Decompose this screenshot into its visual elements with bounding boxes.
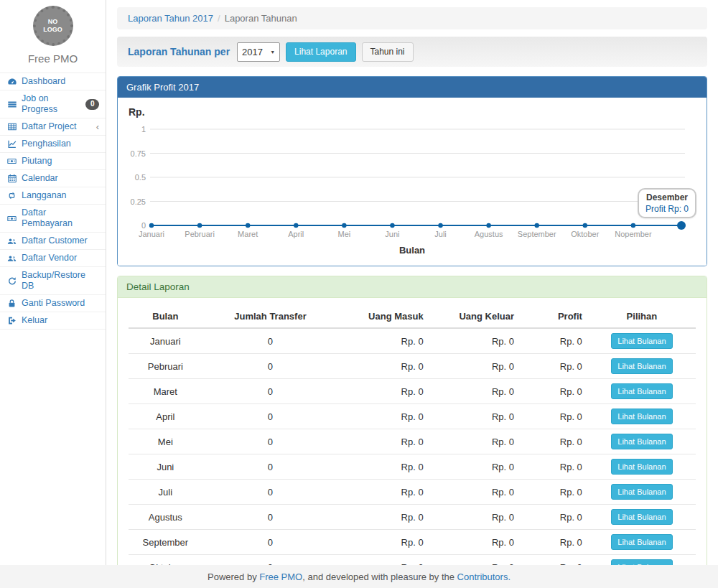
lihat-bulanan-button[interactable]: Lihat Bulanan xyxy=(611,459,672,475)
table-row: Maret0Rp. 0Rp. 0Rp. 0Lihat Bulanan xyxy=(129,379,696,404)
x-tick-label: Juni xyxy=(385,230,399,238)
cell: Juni xyxy=(129,454,202,480)
table-row: Pebruari0Rp. 0Rp. 0Rp. 0Lihat Bulanan xyxy=(129,354,696,379)
action-cell: Lihat Bulanan xyxy=(588,328,696,354)
sidebar-item-daftar-pembayaran: Daftar Pembayaran xyxy=(0,205,106,233)
cell: Rp. 0 xyxy=(520,480,588,505)
action-cell: Lihat Bulanan xyxy=(588,404,696,429)
report-table-wrap: BulanJumlah TransferUang MasukUang Kelua… xyxy=(118,298,707,565)
profit-line-chart: 10.750.50.250JanuariPebruariMaretAprilMe… xyxy=(129,121,697,243)
data-point-januari[interactable] xyxy=(149,223,154,228)
data-point-desember[interactable] xyxy=(677,221,686,230)
sidebar-link[interactable]: Job on Progress0 xyxy=(0,90,106,118)
table-row: April0Rp. 0Rp. 0Rp. 0Lihat Bulanan xyxy=(129,404,696,429)
sidebar-link[interactable]: Keluar xyxy=(0,312,106,329)
lihat-bulanan-button[interactable]: Lihat Bulanan xyxy=(611,534,672,550)
chart-tooltip-title: Desember xyxy=(645,192,689,202)
lihat-bulanan-button[interactable]: Lihat Bulanan xyxy=(611,383,672,399)
data-point-juli[interactable] xyxy=(438,223,442,228)
breadcrumb-separator: / xyxy=(213,13,225,24)
chart-panel: Grafik Profit 2017 Rp. 10.750.50.250Janu… xyxy=(117,76,707,266)
cell: Rp. 0 xyxy=(429,379,520,404)
content-area: Laporan Tahun 2017/Laporan Tahunan Lapor… xyxy=(106,0,718,565)
data-point-oktober[interactable] xyxy=(583,223,587,228)
sidebar-item-daftar-vendor: Daftar Vendor xyxy=(0,250,106,267)
data-point-agustus[interactable] xyxy=(486,223,490,228)
sidebar-item-penghasilan: Penghasilan xyxy=(0,136,106,153)
sidebar-item-label: Daftar Customer xyxy=(22,235,88,246)
sidebar: NO LOGO Free PMO DashboardJob on Progres… xyxy=(0,0,106,565)
lihat-bulanan-button[interactable]: Lihat Bulanan xyxy=(611,333,672,349)
sidebar-link[interactable]: Ganti Password xyxy=(0,295,106,312)
x-tick-label: Mei xyxy=(337,230,350,238)
cell: Rp. 0 xyxy=(429,530,520,555)
cell: September xyxy=(129,530,202,555)
year-select[interactable]: 2017 ▼ xyxy=(237,42,280,62)
sidebar-item-label: Ganti Password xyxy=(22,298,85,309)
lihat-bulanan-button[interactable]: Lihat Bulanan xyxy=(611,434,672,449)
action-cell: Lihat Bulanan xyxy=(588,505,696,530)
cell: 0 xyxy=(202,379,339,404)
y-axis-title: Rp. xyxy=(129,106,696,118)
money-icon xyxy=(6,213,17,223)
sidebar-link[interactable]: Piutang xyxy=(0,153,106,169)
x-tick-label: Pebruari xyxy=(185,230,215,238)
lihat-bulanan-button[interactable]: Lihat Bulanan xyxy=(611,358,672,374)
sidebar-item-ganti-password: Ganti Password xyxy=(0,295,106,312)
sidebar-link[interactable]: Dashboard xyxy=(0,73,106,90)
table-row: Juni0Rp. 0Rp. 0Rp. 0Lihat Bulanan xyxy=(129,454,696,480)
data-point-maret[interactable] xyxy=(246,223,250,228)
users-icon xyxy=(6,236,17,246)
filter-label: Laporan Tahunan per xyxy=(128,46,230,57)
data-point-september[interactable] xyxy=(535,223,539,228)
data-point-april[interactable] xyxy=(294,223,298,228)
money-icon xyxy=(6,157,17,167)
lihat-laporan-button[interactable]: Lihat Laporan xyxy=(286,42,355,62)
sidebar-link[interactable]: Langganan xyxy=(0,187,106,204)
sidebar-item-label: Daftar Pembayaran xyxy=(22,207,99,229)
footer-link-contributors[interactable]: Contributors. xyxy=(457,571,510,582)
data-point-juni[interactable] xyxy=(390,223,394,228)
sidebar-link[interactable]: Calendar xyxy=(0,170,106,187)
filter-bar: Laporan Tahunan per 2017 ▼ Lihat Laporan… xyxy=(117,37,707,67)
x-tick-label: Juli xyxy=(434,230,447,238)
footer-link-freepmo[interactable]: Free PMO xyxy=(259,571,302,582)
breadcrumb-link[interactable]: Laporan Tahun 2017 xyxy=(128,13,213,24)
cell: Rp. 0 xyxy=(338,429,429,454)
sidebar-link[interactable]: Daftar Customer xyxy=(0,233,106,249)
cell: Juli xyxy=(129,480,202,505)
data-point-nopember[interactable] xyxy=(631,223,635,228)
action-cell: Lihat Bulanan xyxy=(588,429,696,454)
table-row: Juli0Rp. 0Rp. 0Rp. 0Lihat Bulanan xyxy=(129,480,696,505)
sign-out-icon xyxy=(6,316,17,326)
action-cell: Lihat Bulanan xyxy=(588,555,696,566)
cell: 0 xyxy=(202,354,339,379)
lihat-bulanan-button[interactable]: Lihat Bulanan xyxy=(611,509,672,525)
sidebar-item-label: Piutang xyxy=(22,156,52,167)
action-cell: Lihat Bulanan xyxy=(588,354,696,379)
sidebar-link[interactable]: Daftar Pembayaran xyxy=(0,205,106,232)
data-point-mei[interactable] xyxy=(342,223,346,228)
tahun-ini-button[interactable]: Tahun ini xyxy=(362,42,414,62)
sidebar-link[interactable]: Penghasilan xyxy=(0,136,106,152)
cell: Rp. 0 xyxy=(429,480,520,505)
sidebar-link[interactable]: Daftar Vendor xyxy=(0,250,106,266)
lihat-bulanan-button[interactable]: Lihat Bulanan xyxy=(611,409,672,424)
data-point-pebruari[interactable] xyxy=(197,223,202,228)
lihat-bulanan-button[interactable]: Lihat Bulanan xyxy=(611,484,672,500)
sidebar-link[interactable]: Daftar Project‹ xyxy=(0,118,106,135)
x-tick-label: Januari xyxy=(139,230,164,238)
logo: NO LOGO xyxy=(33,6,73,46)
sidebar-link[interactable]: Backup/Restore DB xyxy=(0,267,106,294)
footer-text: Powered by Free PMO, and developed with … xyxy=(208,571,510,582)
cell: April xyxy=(129,404,202,429)
cell: Rp. 0 xyxy=(338,530,429,555)
cell: Rp. 0 xyxy=(520,454,588,480)
action-cell: Lihat Bulanan xyxy=(588,454,696,480)
sidebar-item-piutang: Piutang xyxy=(0,153,106,170)
lihat-bulanan-button[interactable]: Lihat Bulanan xyxy=(611,559,672,565)
sidebar-nav: DashboardJob on Progress0Daftar Project‹… xyxy=(0,73,106,330)
tasks-icon xyxy=(6,99,17,109)
sidebar-item-daftar-project: Daftar Project‹ xyxy=(0,118,106,136)
app-root: NO LOGO Free PMO DashboardJob on Progres… xyxy=(0,0,718,565)
